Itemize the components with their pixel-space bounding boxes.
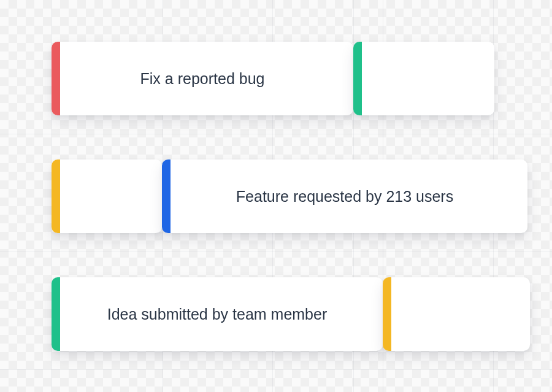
card-color-stripe xyxy=(162,159,171,233)
timeline-board: Fix a reported bug Feature requested by … xyxy=(0,0,552,392)
timeline-card-feature[interactable]: Feature requested by 213 users xyxy=(162,159,527,233)
card-color-stripe xyxy=(52,159,60,233)
card-color-stripe xyxy=(52,42,60,115)
timeline-card-idea[interactable]: Idea submitted by team member xyxy=(52,277,383,351)
timeline-card-bug-followup[interactable] xyxy=(353,42,494,115)
timeline-card-idea-followup[interactable] xyxy=(383,277,530,351)
card-color-stripe xyxy=(52,277,60,351)
timeline-card-bug[interactable]: Fix a reported bug xyxy=(52,42,353,115)
card-color-stripe xyxy=(353,42,362,115)
card-label: Feature requested by 213 users xyxy=(162,188,527,206)
timeline-card-feature-prep[interactable] xyxy=(52,159,162,233)
card-label: Idea submitted by team member xyxy=(52,306,383,323)
card-label: Fix a reported bug xyxy=(52,70,353,88)
card-color-stripe xyxy=(383,277,391,351)
